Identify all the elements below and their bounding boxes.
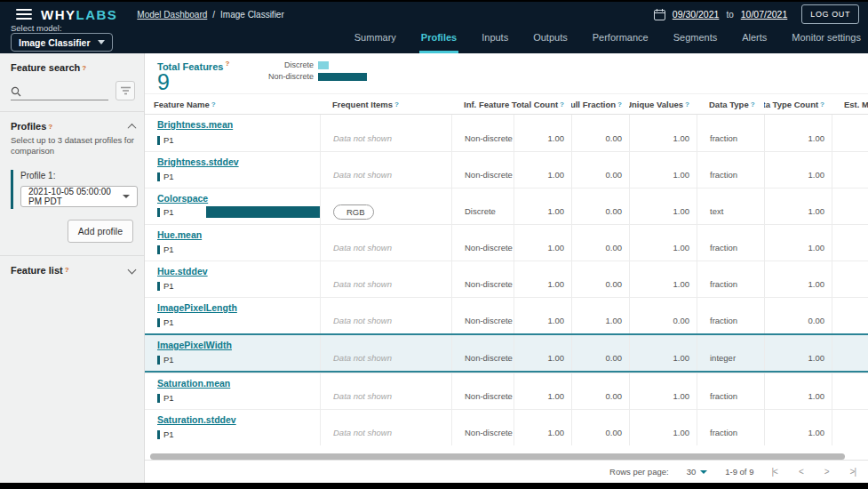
profile-chip: P1 — [157, 207, 174, 217]
data-type-cell: fraction — [697, 152, 764, 188]
feature-search-input[interactable] — [26, 86, 106, 97]
feature-name-link[interactable]: Brightness.stddev — [157, 156, 239, 167]
filter-button[interactable] — [115, 81, 135, 100]
help-icon[interactable]: ? — [82, 64, 86, 72]
profile-1-value: 2021-10-05 05:00:00 PM PDT — [28, 187, 123, 206]
est-unique-values-cell: 1.00 — [629, 225, 697, 261]
feature-name-link[interactable]: Saturation.stddev — [157, 414, 236, 425]
help-icon[interactable]: ? — [617, 100, 622, 108]
profiles-section-header[interactable]: Profiles? — [11, 121, 135, 132]
help-icon[interactable]: ? — [394, 100, 399, 108]
data-type-count-cell: 1.00 — [764, 115, 832, 151]
help-icon[interactable]: ? — [820, 100, 824, 108]
help-icon[interactable]: ? — [560, 100, 564, 108]
est-mean-cell: 49. — [832, 152, 868, 188]
tab-inputs[interactable]: Inputs — [480, 27, 510, 53]
chevron-down-icon[interactable] — [128, 266, 137, 275]
feature-name-link[interactable]: Hue.mean — [157, 229, 202, 240]
calendar-icon[interactable] — [654, 9, 665, 20]
tab-monitor-settings[interactable]: Monitor settings — [790, 27, 863, 53]
null-fraction-cell: 0.00 — [571, 410, 629, 445]
inf-feature-type-cell: Non-discrete — [451, 410, 514, 445]
breadcrumb-model-dashboard[interactable]: Model Dashboard — [137, 10, 207, 20]
breadcrumb-separator: / — [212, 10, 215, 20]
feature-row[interactable]: Colorspace P1 RGB Discrete 1.00 0.00 1.0… — [145, 188, 868, 224]
first-page-icon[interactable]: |< — [771, 467, 776, 477]
null-fraction-cell: 0.00 — [571, 225, 629, 261]
logout-button[interactable]: LOG OUT — [801, 4, 859, 24]
chevron-down-icon — [700, 470, 707, 474]
rows-per-page-selector[interactable]: 30 — [687, 467, 708, 477]
tab-alerts[interactable]: Alerts — [740, 27, 768, 53]
horizontal-scrollbar[interactable] — [150, 453, 845, 460]
column-header-data-type-count[interactable]: Data Type Count? — [764, 94, 832, 114]
column-header-data-type[interactable]: Data Type? — [697, 94, 764, 114]
feature-search-box[interactable] — [11, 86, 108, 100]
tab-summary[interactable]: Summary — [353, 27, 398, 53]
column-header-frequent-items[interactable]: Frequent Items? — [320, 94, 451, 114]
data-not-shown-label: Data not shown — [321, 391, 392, 409]
feature-name-link[interactable]: ImagePixelLength — [157, 302, 237, 313]
filter-icon — [121, 86, 131, 95]
bottom-border — [0, 483, 868, 489]
next-page-icon[interactable]: > — [824, 467, 829, 477]
add-profile-button[interactable]: Add profile — [68, 220, 133, 243]
feature-row[interactable]: Brightness.mean P1 Data not shown Non-di… — [145, 115, 868, 151]
prev-page-icon[interactable]: < — [799, 467, 803, 477]
data-type-count-cell: 0.00 — [764, 298, 832, 333]
date-range-start[interactable]: 09/30/2021 — [673, 9, 720, 20]
help-icon[interactable]: ? — [65, 266, 69, 274]
feature-name-link[interactable]: Hue.stddev — [157, 266, 208, 277]
profile-1-selector[interactable]: 2021-10-05 05:00:00 PM PDT — [20, 186, 138, 207]
inf-feature-type-cell: Non-discrete — [451, 373, 514, 409]
help-icon[interactable]: ? — [48, 123, 52, 131]
chevron-down-icon — [98, 40, 105, 44]
profile-color-bar — [157, 356, 160, 365]
feature-name-link[interactable]: ImagePixelWidth — [157, 340, 232, 350]
tab-profiles[interactable]: Profiles — [419, 27, 458, 53]
help-icon[interactable]: ? — [211, 100, 216, 108]
column-header-inf-feature-type[interactable]: Inf. Feature Type? — [451, 94, 514, 114]
feature-row[interactable]: Hue.stddev P1 Data not shown Non-discret… — [145, 261, 868, 297]
column-header-feature-name[interactable]: Feature Name? — [145, 94, 320, 114]
help-icon[interactable]: ? — [685, 100, 689, 108]
est-unique-values-cell: 1.00 — [629, 373, 697, 409]
date-range-end[interactable]: 10/07/2021 — [741, 9, 788, 20]
feature-name-link[interactable]: Colorspace — [157, 193, 208, 204]
est-unique-values-cell: 1.00 — [629, 188, 697, 224]
feature-row[interactable]: ImagePixelWidth P1 Data not shown Non-di… — [145, 333, 868, 373]
column-header-null-fraction[interactable]: Null Fraction? — [571, 94, 629, 114]
feature-row[interactable]: Saturation.mean P1 Data not shown Non-di… — [145, 373, 868, 409]
frequent-items-cell: Data not shown — [320, 152, 451, 188]
legend-nondiscrete-label: Non-discrete — [259, 72, 314, 81]
feature-row[interactable]: Brightness.stddev P1 Data not shown Non-… — [145, 151, 868, 188]
profile-color-bar — [157, 282, 160, 291]
tab-segments[interactable]: Segments — [672, 27, 720, 53]
help-icon[interactable]: ? — [751, 100, 755, 108]
help-icon[interactable]: ? — [225, 60, 229, 68]
feature-list-header[interactable]: Feature list? — [11, 265, 135, 276]
tab-outputs[interactable]: Outputs — [531, 27, 569, 53]
hamburger-menu-icon[interactable] — [16, 9, 32, 20]
frequent-items-cell: Data not shown — [320, 225, 451, 261]
feature-name-link[interactable]: Saturation.mean — [157, 378, 230, 389]
feature-row[interactable]: Hue.mean P1 Data not shown Non-discrete … — [145, 224, 868, 261]
column-header-est-mean[interactable]: Est. Mean? — [832, 94, 868, 114]
last-page-icon[interactable]: >| — [850, 467, 856, 477]
chevron-up-icon[interactable] — [128, 123, 137, 132]
tab-performance[interactable]: Performance — [591, 27, 650, 53]
model-selector[interactable]: Image Classifier — [11, 33, 113, 52]
column-header-total-count[interactable]: Total Count? — [514, 94, 571, 114]
null-fraction-cell: 0.00 — [571, 373, 629, 409]
null-fraction-cell: 1.00 — [571, 298, 629, 333]
select-model-label: Select model: — [11, 23, 62, 33]
data-type-count-cell: 1.00 — [764, 152, 832, 188]
breadcrumb-current: Image Classifier — [220, 10, 284, 20]
column-header-est-unique-values[interactable]: Est. Unique Values? — [629, 94, 697, 114]
feature-row[interactable]: ImagePixelLength P1 Data not shown Non-d… — [145, 297, 868, 333]
data-not-shown-label: Data not shown — [321, 279, 392, 297]
feature-row[interactable]: Saturation.stddev P1 Data not shown Non-… — [145, 409, 868, 445]
feature-name-link[interactable]: Brightness.mean — [157, 119, 233, 130]
main-panel: Total Features? 9 Discrete Non-discrete … — [145, 53, 868, 483]
data-type-count-cell: 1.00 — [764, 410, 832, 445]
